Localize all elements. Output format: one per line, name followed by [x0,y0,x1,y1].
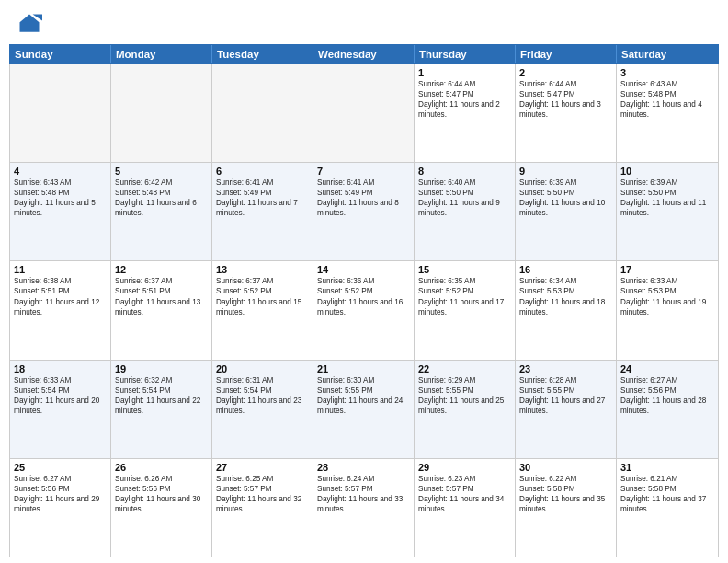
day-number: 22 [418,363,511,374]
calendar-header: SundayMondayTuesdayWednesdayThursdayFrid… [9,44,719,64]
calendar-cell: 23Sunrise: 6:28 AMSunset: 5:55 PMDayligh… [516,361,617,458]
day-number: 12 [115,264,208,275]
calendar-cell: 13Sunrise: 6:37 AMSunset: 5:52 PMDayligh… [212,261,313,359]
day-number: 29 [418,462,511,473]
logo [17,11,45,37]
day-info: Sunrise: 6:37 AMSunset: 5:52 PMDaylight:… [216,276,309,316]
day-info: Sunrise: 6:26 AMSunset: 5:56 PMDaylight:… [115,474,208,514]
calendar-cell: 30Sunrise: 6:22 AMSunset: 5:58 PMDayligh… [516,459,617,557]
day-info: Sunrise: 6:44 AMSunset: 5:47 PMDaylight:… [519,79,612,120]
day-info: Sunrise: 6:21 AMSunset: 5:58 PMDaylight:… [620,474,714,514]
day-info: Sunrise: 6:30 AMSunset: 5:55 PMDaylight:… [317,375,410,416]
calendar-header-cell: Thursday [415,45,516,63]
day-number: 15 [418,264,511,275]
calendar-cell: 20Sunrise: 6:31 AMSunset: 5:54 PMDayligh… [212,361,313,458]
calendar-cell: 26Sunrise: 6:26 AMSunset: 5:56 PMDayligh… [111,459,212,557]
calendar-cell [111,64,212,162]
calendar-body: 1Sunrise: 6:44 AMSunset: 5:47 PMDaylight… [9,64,719,557]
day-number: 26 [115,462,208,473]
calendar-cell: 10Sunrise: 6:39 AMSunset: 5:50 PMDayligh… [617,163,718,260]
day-info: Sunrise: 6:31 AMSunset: 5:54 PMDaylight:… [216,375,309,416]
calendar-cell: 2Sunrise: 6:44 AMSunset: 5:47 PMDaylight… [516,64,617,162]
day-number: 25 [14,462,107,473]
calendar-cell: 21Sunrise: 6:30 AMSunset: 5:55 PMDayligh… [313,361,415,458]
day-info: Sunrise: 6:33 AMSunset: 5:53 PMDaylight:… [620,276,714,316]
day-number: 28 [317,462,410,473]
day-info: Sunrise: 6:36 AMSunset: 5:52 PMDaylight:… [317,276,410,316]
calendar-week: 11Sunrise: 6:38 AMSunset: 5:51 PMDayligh… [10,261,718,360]
calendar-header-cell: Sunday [10,45,111,63]
day-number: 5 [115,166,208,177]
calendar-week: 1Sunrise: 6:44 AMSunset: 5:47 PMDaylight… [10,64,718,163]
day-info: Sunrise: 6:43 AMSunset: 5:48 PMDaylight:… [14,178,107,218]
day-info: Sunrise: 6:28 AMSunset: 5:55 PMDaylight:… [519,375,612,416]
calendar-cell: 1Sunrise: 6:44 AMSunset: 5:47 PMDaylight… [415,64,516,162]
calendar-cell: 7Sunrise: 6:41 AMSunset: 5:49 PMDaylight… [313,163,415,260]
calendar-header-cell: Wednesday [313,45,415,63]
day-number: 21 [317,363,410,374]
calendar-cell: 17Sunrise: 6:33 AMSunset: 5:53 PMDayligh… [617,261,718,359]
day-info: Sunrise: 6:38 AMSunset: 5:51 PMDaylight:… [14,276,107,316]
day-number: 4 [14,166,107,177]
day-number: 8 [418,166,511,177]
day-number: 16 [519,264,612,275]
page-header [0,0,728,44]
calendar-header-cell: Saturday [617,45,718,63]
day-info: Sunrise: 6:41 AMSunset: 5:49 PMDaylight:… [216,178,309,218]
day-number: 24 [620,363,714,374]
day-number: 17 [620,264,714,275]
day-number: 18 [14,363,107,374]
day-info: Sunrise: 6:39 AMSunset: 5:50 PMDaylight:… [519,178,612,218]
day-info: Sunrise: 6:34 AMSunset: 5:53 PMDaylight:… [519,276,612,316]
calendar-cell: 25Sunrise: 6:27 AMSunset: 5:56 PMDayligh… [10,459,111,557]
calendar-cell: 22Sunrise: 6:29 AMSunset: 5:55 PMDayligh… [415,361,516,458]
calendar-cell: 19Sunrise: 6:32 AMSunset: 5:54 PMDayligh… [111,361,212,458]
calendar-cell: 9Sunrise: 6:39 AMSunset: 5:50 PMDaylight… [516,163,617,260]
calendar-header-cell: Tuesday [212,45,313,63]
day-number: 1 [418,67,511,78]
day-number: 20 [216,363,309,374]
day-info: Sunrise: 6:32 AMSunset: 5:54 PMDaylight:… [115,375,208,416]
calendar-cell: 28Sunrise: 6:24 AMSunset: 5:57 PMDayligh… [313,459,415,557]
day-number: 30 [519,462,612,473]
day-number: 13 [216,264,309,275]
day-number: 19 [115,363,208,374]
day-number: 6 [216,166,309,177]
logo-icon [17,11,42,37]
calendar-cell [212,64,313,162]
day-info: Sunrise: 6:33 AMSunset: 5:54 PMDaylight:… [14,375,107,416]
calendar-cell: 18Sunrise: 6:33 AMSunset: 5:54 PMDayligh… [10,361,111,458]
day-number: 10 [620,166,714,177]
calendar-week: 18Sunrise: 6:33 AMSunset: 5:54 PMDayligh… [10,361,718,459]
day-number: 2 [519,67,612,78]
day-number: 7 [317,166,410,177]
day-info: Sunrise: 6:42 AMSunset: 5:48 PMDaylight:… [115,178,208,218]
calendar-cell: 29Sunrise: 6:23 AMSunset: 5:57 PMDayligh… [415,459,516,557]
calendar-header-cell: Friday [516,45,617,63]
calendar-cell: 5Sunrise: 6:42 AMSunset: 5:48 PMDaylight… [111,163,212,260]
day-info: Sunrise: 6:22 AMSunset: 5:58 PMDaylight:… [519,474,612,514]
day-number: 27 [216,462,309,473]
calendar-cell: 4Sunrise: 6:43 AMSunset: 5:48 PMDaylight… [10,163,111,260]
calendar-cell: 12Sunrise: 6:37 AMSunset: 5:51 PMDayligh… [111,261,212,359]
calendar-week: 4Sunrise: 6:43 AMSunset: 5:48 PMDaylight… [10,163,718,261]
day-info: Sunrise: 6:43 AMSunset: 5:48 PMDaylight:… [620,79,714,120]
day-info: Sunrise: 6:41 AMSunset: 5:49 PMDaylight:… [317,178,410,218]
calendar-cell: 11Sunrise: 6:38 AMSunset: 5:51 PMDayligh… [10,261,111,359]
day-info: Sunrise: 6:27 AMSunset: 5:56 PMDaylight:… [14,474,107,514]
day-info: Sunrise: 6:25 AMSunset: 5:57 PMDaylight:… [216,474,309,514]
day-number: 9 [519,166,612,177]
day-info: Sunrise: 6:23 AMSunset: 5:57 PMDaylight:… [418,474,511,514]
calendar-cell: 27Sunrise: 6:25 AMSunset: 5:57 PMDayligh… [212,459,313,557]
calendar-cell: 8Sunrise: 6:40 AMSunset: 5:50 PMDaylight… [415,163,516,260]
calendar-cell: 3Sunrise: 6:43 AMSunset: 5:48 PMDaylight… [617,64,718,162]
calendar-cell: 15Sunrise: 6:35 AMSunset: 5:52 PMDayligh… [415,261,516,359]
calendar-cell: 14Sunrise: 6:36 AMSunset: 5:52 PMDayligh… [313,261,415,359]
calendar-cell: 6Sunrise: 6:41 AMSunset: 5:49 PMDaylight… [212,163,313,260]
day-info: Sunrise: 6:27 AMSunset: 5:56 PMDaylight:… [620,375,714,416]
calendar-cell [10,64,111,162]
calendar-header-cell: Monday [111,45,212,63]
day-info: Sunrise: 6:44 AMSunset: 5:47 PMDaylight:… [418,79,511,120]
day-info: Sunrise: 6:37 AMSunset: 5:51 PMDaylight:… [115,276,208,316]
day-number: 31 [620,462,714,473]
